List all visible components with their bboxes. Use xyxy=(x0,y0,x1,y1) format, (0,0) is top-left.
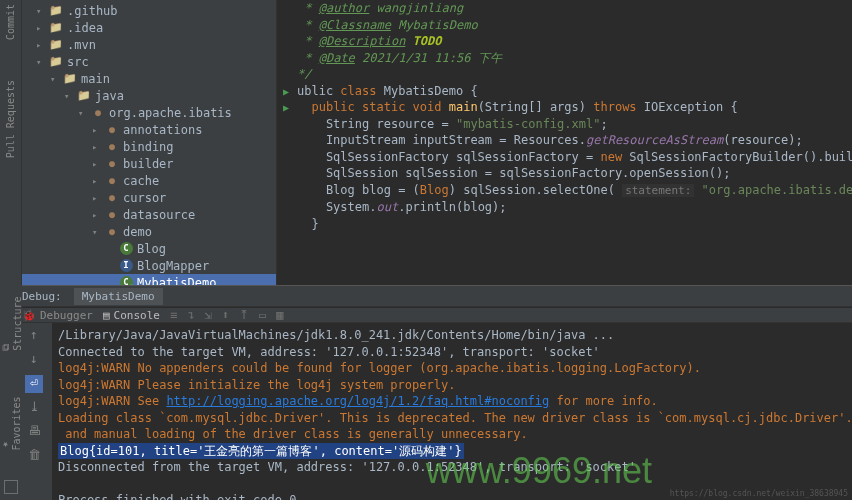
interface-icon: I xyxy=(118,258,134,273)
chevron-icon[interactable]: ▾ xyxy=(78,108,90,118)
tree-item-label: demo xyxy=(123,225,152,239)
trace-icon[interactable]: ▦ xyxy=(276,308,283,322)
tree-item-builder[interactable]: ▸builder xyxy=(22,155,276,172)
log4j-faq-link[interactable]: http://logging.apache.org/log4j/1.2/faq.… xyxy=(166,394,549,408)
tree-item-cursor[interactable]: ▸cursor xyxy=(22,189,276,206)
tool-window-toggle[interactable] xyxy=(4,480,18,494)
runnable-class-icon: C xyxy=(118,275,134,285)
tree-item-main[interactable]: ▾main xyxy=(22,70,276,87)
tree-item-label: org.apache.ibatis xyxy=(109,106,232,120)
up-stack-icon[interactable]: ↑ xyxy=(25,327,43,345)
debug-tabs: 🐞 Debugger ▤ Console ≡ ↴ ⇲ ⬆ ⤒ ▭ ▦ xyxy=(16,308,852,323)
console-output[interactable]: /Library/Java/JavaVirtualMachines/jdk1.8… xyxy=(52,323,852,500)
tree-item-label: java xyxy=(95,89,124,103)
folder-icon xyxy=(48,3,64,18)
scroll-end-icon[interactable]: ⤓ xyxy=(25,399,43,417)
chevron-icon[interactable]: ▾ xyxy=(36,6,48,16)
tree-item-label: Blog xyxy=(137,242,166,256)
code-editor[interactable]: ▶ ▶ * @author wangjinliang * @Classname … xyxy=(277,0,852,285)
package-icon xyxy=(104,122,120,137)
print-icon[interactable]: 🖶 xyxy=(25,423,43,441)
folder-icon xyxy=(48,37,64,52)
chevron-icon[interactable]: ▾ xyxy=(92,227,104,237)
package-icon xyxy=(90,105,106,120)
tree-item--github[interactable]: ▾.github xyxy=(22,2,276,19)
folder-icon xyxy=(48,20,64,35)
console-tab[interactable]: ▤ Console xyxy=(103,309,160,322)
tree-item--idea[interactable]: ▸.idea xyxy=(22,19,276,36)
tree-item-label: BlogMapper xyxy=(137,259,209,273)
evaluate-icon[interactable]: ▭ xyxy=(259,308,266,322)
tree-item-annotations[interactable]: ▸annotations xyxy=(22,121,276,138)
tree-item-demo[interactable]: ▾demo xyxy=(22,223,276,240)
tree-item-BlogMapper[interactable]: IBlogMapper xyxy=(22,257,276,274)
debugger-tab[interactable]: 🐞 Debugger xyxy=(22,309,93,322)
tree-item-label: builder xyxy=(123,157,174,171)
down-stack-icon[interactable]: ↓ xyxy=(25,351,43,369)
chevron-icon[interactable]: ▸ xyxy=(92,210,104,220)
class-icon: C xyxy=(118,241,134,256)
tree-item-label: cursor xyxy=(123,191,166,205)
tree-item-label: cache xyxy=(123,174,159,188)
chevron-icon[interactable]: ▸ xyxy=(92,159,104,169)
package-icon xyxy=(104,190,120,205)
chevron-icon[interactable]: ▾ xyxy=(64,91,76,101)
tree-item-label: .mvn xyxy=(67,38,96,52)
run-main-gutter-icon[interactable]: ▶ xyxy=(277,100,295,116)
run-class-gutter-icon[interactable]: ▶ xyxy=(277,84,295,100)
debug-label: Debug: xyxy=(22,290,62,303)
chevron-icon[interactable]: ▸ xyxy=(92,125,104,135)
tree-item-label: src xyxy=(67,55,89,69)
package-icon xyxy=(104,156,120,171)
folder-icon xyxy=(76,88,92,103)
package-icon xyxy=(104,173,120,188)
commit-tool[interactable]: Commit xyxy=(5,4,16,40)
tree-item-MybatisDemo[interactable]: CMybatisDemo xyxy=(22,274,276,285)
tree-item-src[interactable]: ▾src xyxy=(22,53,276,70)
chevron-icon[interactable]: ▾ xyxy=(36,57,48,67)
run-config-tab[interactable]: MybatisDemo xyxy=(74,288,163,305)
tree-item-label: MybatisDemo xyxy=(137,276,216,286)
tree-item-binding[interactable]: ▸binding xyxy=(22,138,276,155)
step-into-icon[interactable]: ↴ xyxy=(187,308,194,322)
bottom-left-rail: ⧉ Structure ★ Favorites xyxy=(0,285,22,500)
pull-requests-tool[interactable]: Pull Requests xyxy=(5,80,16,158)
package-icon xyxy=(104,139,120,154)
folder-icon xyxy=(62,71,78,86)
package-icon xyxy=(104,207,120,222)
chevron-icon[interactable]: ▸ xyxy=(92,176,104,186)
force-step-icon[interactable]: ⇲ xyxy=(204,308,211,322)
run-to-cursor-icon[interactable]: ⤒ xyxy=(239,308,249,322)
tree-item-datasource[interactable]: ▸datasource xyxy=(22,206,276,223)
tree-item-label: .github xyxy=(67,4,118,18)
run-config-name: MybatisDemo xyxy=(82,290,155,303)
folder-icon xyxy=(48,54,64,69)
tree-item-label: annotations xyxy=(123,123,202,137)
soft-wrap-icon[interactable]: ⏎ xyxy=(25,375,43,393)
tree-item-cache[interactable]: ▸cache xyxy=(22,172,276,189)
tree-item-org-apache-ibatis[interactable]: ▾org.apache.ibatis xyxy=(22,104,276,121)
clear-icon[interactable]: 🗑 xyxy=(25,447,43,465)
favorites-tool[interactable]: ★ Favorites xyxy=(0,381,22,451)
chevron-icon[interactable]: ▸ xyxy=(36,23,48,33)
tree-item--mvn[interactable]: ▸.mvn xyxy=(22,36,276,53)
tree-item-label: main xyxy=(81,72,110,86)
step-out-icon[interactable]: ⬆ xyxy=(222,308,229,322)
debug-toolwindow-header: Debug: MybatisDemo xyxy=(0,285,852,307)
chevron-icon[interactable]: ▸ xyxy=(92,193,104,203)
tree-item-label: binding xyxy=(123,140,174,154)
project-tree[interactable]: ▾.github▸.idea▸.mvn▾src▾main▾java▾org.ap… xyxy=(22,0,277,285)
structure-tool[interactable]: ⧉ Structure xyxy=(0,285,23,351)
tree-item-java[interactable]: ▾java xyxy=(22,87,276,104)
chevron-icon[interactable]: ▸ xyxy=(36,40,48,50)
chevron-icon[interactable]: ▾ xyxy=(50,74,62,84)
tree-item-Blog[interactable]: CBlog xyxy=(22,240,276,257)
code-content: * @author wangjinliang * @Classname Myba… xyxy=(277,0,852,232)
tree-item-label: .idea xyxy=(67,21,103,35)
left-tool-rail: Commit Pull Requests xyxy=(0,0,22,285)
step-over-icon[interactable]: ≡ xyxy=(170,308,177,322)
package-icon xyxy=(104,224,120,239)
tree-item-label: datasource xyxy=(123,208,195,222)
chevron-icon[interactable]: ▸ xyxy=(92,142,104,152)
